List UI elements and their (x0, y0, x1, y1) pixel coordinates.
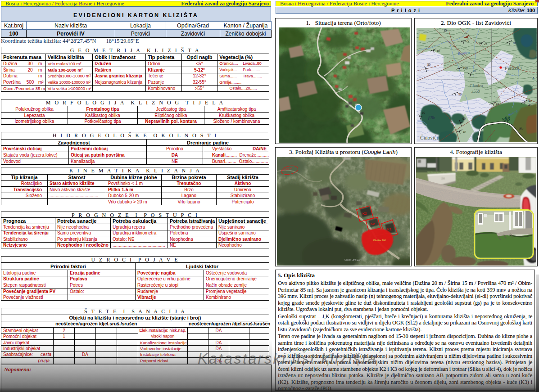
svg-text:50: 50 (422, 111, 426, 114)
svg-text:50: 50 (458, 93, 462, 96)
svg-text:40: 40 (496, 103, 499, 106)
svg-text:Činovići: Činovići (420, 135, 438, 140)
svg-text:Google Earth 2014: Google Earth 2014 (344, 259, 362, 261)
svg-text:25: 25 (484, 42, 488, 45)
svg-text:50: 50 (427, 63, 431, 66)
svg-text:40: 40 (437, 50, 440, 53)
svg-text:70: 70 (466, 39, 470, 42)
svg-text:19: 19 (472, 69, 476, 72)
svg-text:60: 60 (462, 117, 466, 120)
svg-text:24: 24 (441, 177, 445, 180)
svg-text:Glanica: Glanica (470, 84, 483, 88)
svg-text:K3: K3 (362, 212, 367, 216)
svg-text:K2: K2 (371, 222, 375, 226)
svg-text:Klizište 100: Klizište 100 (373, 239, 386, 242)
svg-text:βΒb: βΒb (428, 116, 435, 120)
svg-text:70: 70 (512, 41, 516, 45)
svg-text:40: 40 (463, 131, 467, 134)
svg-text:40: 40 (528, 104, 532, 107)
svg-text:K1: K1 (387, 227, 392, 231)
svg-text:J.: J. (532, 76, 535, 81)
svg-text:15: 15 (444, 29, 447, 32)
svg-text:140: 140 (527, 99, 532, 103)
svg-text:100: 100 (463, 66, 468, 69)
svg-text:▵559: ▵559 (471, 89, 480, 94)
svg-text:Bo: Bo (519, 126, 523, 131)
